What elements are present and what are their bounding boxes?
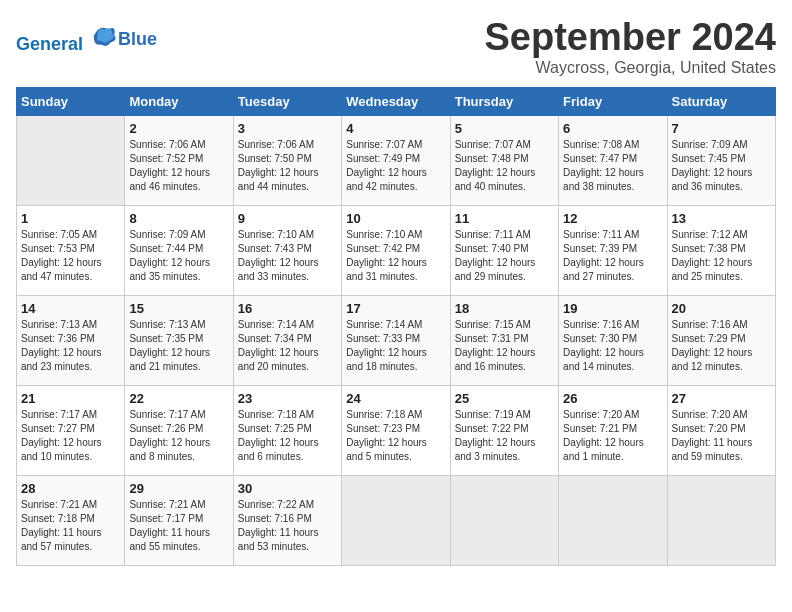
day-number: 9 (238, 211, 337, 226)
col-thursday: Thursday (450, 88, 558, 116)
day-number: 23 (238, 391, 337, 406)
cell-info: Sunrise: 7:10 AMSunset: 7:42 PMDaylight:… (346, 228, 445, 284)
calendar-cell: 16Sunrise: 7:14 AMSunset: 7:34 PMDayligh… (233, 296, 341, 386)
day-number: 1 (21, 211, 120, 226)
calendar-cell: 29Sunrise: 7:21 AMSunset: 7:17 PMDayligh… (125, 476, 233, 566)
day-number: 3 (238, 121, 337, 136)
calendar-cell (342, 476, 450, 566)
calendar-cell: 3Sunrise: 7:06 AMSunset: 7:50 PMDaylight… (233, 116, 341, 206)
calendar-cell (667, 476, 775, 566)
day-number: 29 (129, 481, 228, 496)
logo-blue: Blue (118, 29, 157, 50)
calendar-cell: 5Sunrise: 7:07 AMSunset: 7:48 PMDaylight… (450, 116, 558, 206)
day-number: 20 (672, 301, 771, 316)
cell-info: Sunrise: 7:18 AMSunset: 7:25 PMDaylight:… (238, 408, 337, 464)
day-number: 27 (672, 391, 771, 406)
calendar-cell: 18Sunrise: 7:15 AMSunset: 7:31 PMDayligh… (450, 296, 558, 386)
calendar-cell: 24Sunrise: 7:18 AMSunset: 7:23 PMDayligh… (342, 386, 450, 476)
calendar-cell: 14Sunrise: 7:13 AMSunset: 7:36 PMDayligh… (17, 296, 125, 386)
calendar-cell (17, 116, 125, 206)
calendar-cell: 2Sunrise: 7:06 AMSunset: 7:52 PMDaylight… (125, 116, 233, 206)
cell-info: Sunrise: 7:20 AMSunset: 7:20 PMDaylight:… (672, 408, 771, 464)
calendar-cell: 8Sunrise: 7:09 AMSunset: 7:44 PMDaylight… (125, 206, 233, 296)
cell-info: Sunrise: 7:13 AMSunset: 7:36 PMDaylight:… (21, 318, 120, 374)
calendar-cell: 25Sunrise: 7:19 AMSunset: 7:22 PMDayligh… (450, 386, 558, 476)
day-number: 7 (672, 121, 771, 136)
calendar-cell: 20Sunrise: 7:16 AMSunset: 7:29 PMDayligh… (667, 296, 775, 386)
calendar-cell: 7Sunrise: 7:09 AMSunset: 7:45 PMDaylight… (667, 116, 775, 206)
day-number: 25 (455, 391, 554, 406)
day-number: 16 (238, 301, 337, 316)
calendar-cell: 23Sunrise: 7:18 AMSunset: 7:25 PMDayligh… (233, 386, 341, 476)
day-number: 19 (563, 301, 662, 316)
calendar-cell: 11Sunrise: 7:11 AMSunset: 7:40 PMDayligh… (450, 206, 558, 296)
cell-info: Sunrise: 7:21 AMSunset: 7:18 PMDaylight:… (21, 498, 120, 554)
month-title: September 2024 (485, 16, 777, 59)
location: Waycross, Georgia, United States (485, 59, 777, 77)
calendar-cell: 13Sunrise: 7:12 AMSunset: 7:38 PMDayligh… (667, 206, 775, 296)
col-monday: Monday (125, 88, 233, 116)
cell-info: Sunrise: 7:11 AMSunset: 7:40 PMDaylight:… (455, 228, 554, 284)
calendar-cell: 10Sunrise: 7:10 AMSunset: 7:42 PMDayligh… (342, 206, 450, 296)
calendar-cell: 28Sunrise: 7:21 AMSunset: 7:18 PMDayligh… (17, 476, 125, 566)
day-number: 2 (129, 121, 228, 136)
day-number: 28 (21, 481, 120, 496)
logo: General Blue (16, 22, 157, 55)
col-friday: Friday (559, 88, 667, 116)
cell-info: Sunrise: 7:18 AMSunset: 7:23 PMDaylight:… (346, 408, 445, 464)
cell-info: Sunrise: 7:21 AMSunset: 7:17 PMDaylight:… (129, 498, 228, 554)
day-number: 10 (346, 211, 445, 226)
cell-info: Sunrise: 7:11 AMSunset: 7:39 PMDaylight:… (563, 228, 662, 284)
calendar-cell (450, 476, 558, 566)
logo-icon (90, 22, 118, 50)
col-tuesday: Tuesday (233, 88, 341, 116)
day-number: 14 (21, 301, 120, 316)
cell-info: Sunrise: 7:09 AMSunset: 7:45 PMDaylight:… (672, 138, 771, 194)
calendar-cell: 26Sunrise: 7:20 AMSunset: 7:21 PMDayligh… (559, 386, 667, 476)
day-number: 18 (455, 301, 554, 316)
day-number: 11 (455, 211, 554, 226)
header: General Blue September 2024 Waycross, Ge… (16, 16, 776, 77)
day-number: 30 (238, 481, 337, 496)
cell-info: Sunrise: 7:17 AMSunset: 7:26 PMDaylight:… (129, 408, 228, 464)
calendar-cell: 4Sunrise: 7:07 AMSunset: 7:49 PMDaylight… (342, 116, 450, 206)
calendar-cell: 9Sunrise: 7:10 AMSunset: 7:43 PMDaylight… (233, 206, 341, 296)
calendar-row: 2Sunrise: 7:06 AMSunset: 7:52 PMDaylight… (17, 116, 776, 206)
calendar-cell: 27Sunrise: 7:20 AMSunset: 7:20 PMDayligh… (667, 386, 775, 476)
calendar-cell: 19Sunrise: 7:16 AMSunset: 7:30 PMDayligh… (559, 296, 667, 386)
day-number: 17 (346, 301, 445, 316)
cell-info: Sunrise: 7:19 AMSunset: 7:22 PMDaylight:… (455, 408, 554, 464)
cell-info: Sunrise: 7:16 AMSunset: 7:30 PMDaylight:… (563, 318, 662, 374)
calendar-cell: 17Sunrise: 7:14 AMSunset: 7:33 PMDayligh… (342, 296, 450, 386)
cell-info: Sunrise: 7:05 AMSunset: 7:53 PMDaylight:… (21, 228, 120, 284)
title-area: September 2024 Waycross, Georgia, United… (485, 16, 777, 77)
calendar-cell (559, 476, 667, 566)
cell-info: Sunrise: 7:10 AMSunset: 7:43 PMDaylight:… (238, 228, 337, 284)
cell-info: Sunrise: 7:07 AMSunset: 7:48 PMDaylight:… (455, 138, 554, 194)
cell-info: Sunrise: 7:06 AMSunset: 7:52 PMDaylight:… (129, 138, 228, 194)
day-number: 5 (455, 121, 554, 136)
col-saturday: Saturday (667, 88, 775, 116)
day-number: 8 (129, 211, 228, 226)
day-number: 6 (563, 121, 662, 136)
day-number: 12 (563, 211, 662, 226)
cell-info: Sunrise: 7:06 AMSunset: 7:50 PMDaylight:… (238, 138, 337, 194)
cell-info: Sunrise: 7:14 AMSunset: 7:34 PMDaylight:… (238, 318, 337, 374)
day-number: 22 (129, 391, 228, 406)
day-number: 21 (21, 391, 120, 406)
calendar-cell: 12Sunrise: 7:11 AMSunset: 7:39 PMDayligh… (559, 206, 667, 296)
cell-info: Sunrise: 7:22 AMSunset: 7:16 PMDaylight:… (238, 498, 337, 554)
cell-info: Sunrise: 7:12 AMSunset: 7:38 PMDaylight:… (672, 228, 771, 284)
calendar-cell: 21Sunrise: 7:17 AMSunset: 7:27 PMDayligh… (17, 386, 125, 476)
calendar-row: 1Sunrise: 7:05 AMSunset: 7:53 PMDaylight… (17, 206, 776, 296)
cell-info: Sunrise: 7:17 AMSunset: 7:27 PMDaylight:… (21, 408, 120, 464)
col-sunday: Sunday (17, 88, 125, 116)
logo-text: General (16, 22, 118, 55)
calendar-table: Sunday Monday Tuesday Wednesday Thursday… (16, 87, 776, 566)
calendar-cell: 6Sunrise: 7:08 AMSunset: 7:47 PMDaylight… (559, 116, 667, 206)
calendar-cell: 22Sunrise: 7:17 AMSunset: 7:26 PMDayligh… (125, 386, 233, 476)
calendar-cell: 1Sunrise: 7:05 AMSunset: 7:53 PMDaylight… (17, 206, 125, 296)
cell-info: Sunrise: 7:20 AMSunset: 7:21 PMDaylight:… (563, 408, 662, 464)
calendar-cell: 30Sunrise: 7:22 AMSunset: 7:16 PMDayligh… (233, 476, 341, 566)
cell-info: Sunrise: 7:09 AMSunset: 7:44 PMDaylight:… (129, 228, 228, 284)
